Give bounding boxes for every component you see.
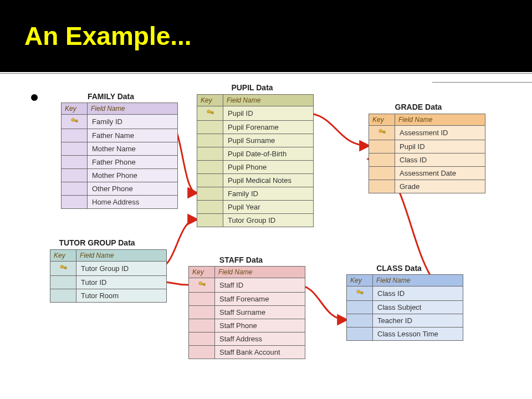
- field-name: Pupil Phone: [223, 161, 314, 174]
- field-name: Pupil ID: [223, 106, 314, 121]
- field-name: Pupil ID: [395, 140, 485, 154]
- field-name: Staff Phone: [215, 319, 305, 332]
- table-pupil: KeyField NamePupil IDPupil ForenamePupil…: [197, 94, 314, 227]
- svg-rect-18: [204, 284, 205, 285]
- svg-rect-19: [203, 284, 203, 285]
- key-cell: [50, 276, 76, 289]
- key-cell: [62, 129, 88, 142]
- table-title-family: FAMILY Data: [55, 92, 166, 101]
- key-cell: [369, 167, 395, 180]
- field-name: Father Name: [88, 129, 178, 142]
- table-grade: KeyField NameAssessment IDPupil IDClass …: [369, 114, 485, 193]
- field-name: Class Lesson Time: [373, 328, 463, 341]
- slide-title: An Example...: [24, 21, 192, 51]
- table-family: KeyField NameFamily IDFather NameMother …: [61, 103, 178, 209]
- table-row: Assessment Date: [369, 167, 485, 180]
- svg-rect-22: [362, 293, 363, 294]
- svg-rect-7: [211, 112, 212, 114]
- key-cell: [197, 134, 223, 147]
- key-cell: [189, 306, 215, 319]
- table-row: Family ID: [197, 187, 314, 201]
- key-cell: [347, 287, 373, 301]
- field-name: Father Phone: [88, 156, 178, 169]
- key-cell: [62, 115, 88, 129]
- title-bar: An Example...: [0, 0, 532, 72]
- field-name: Family ID: [223, 187, 314, 201]
- table-row: Class ID: [347, 287, 463, 301]
- table-title-tutor: TUTOR GROUP Data: [42, 238, 152, 247]
- table-row: Pupil ID: [197, 106, 314, 121]
- table-row: Staff ID: [189, 278, 305, 293]
- table-row: Father Phone: [62, 156, 178, 169]
- relation-arrow: [304, 113, 369, 146]
- key-cell: [369, 154, 395, 167]
- table-row: Tutor Group ID: [50, 262, 167, 276]
- table-title-pupil: PUPIL Data: [197, 83, 308, 92]
- col-key: Key: [189, 267, 215, 278]
- key-cell: [189, 278, 215, 293]
- field-name: Pupil Date-of-Birth: [223, 147, 314, 161]
- svg-rect-11: [383, 132, 383, 133]
- table-row: Mother Name: [62, 142, 178, 156]
- table-row: Pupil Medical Notes: [197, 174, 314, 187]
- col-field: Field Name: [88, 103, 178, 115]
- table-row: Mother Phone: [62, 169, 178, 182]
- key-cell: [369, 180, 395, 193]
- table-row: Pupil Phone: [197, 161, 314, 174]
- key-cell: [197, 106, 223, 121]
- table-row: Tutor Group ID: [197, 214, 314, 227]
- table-row: Tutor Room: [50, 289, 167, 303]
- table-row: Tutor ID: [50, 276, 167, 289]
- key-cell: [62, 169, 88, 182]
- key-cell: [50, 262, 76, 276]
- table-row: Assessment ID: [369, 126, 485, 140]
- primary-key-icon: [59, 264, 67, 272]
- col-field: Field Name: [215, 267, 305, 278]
- field-name: Class ID: [395, 154, 485, 167]
- field-name: Staff Forename: [215, 293, 305, 306]
- key-cell: [50, 289, 76, 303]
- slide: An Example... FAMILY DataKeyField NameFa…: [0, 0, 532, 399]
- table-row: Class Subject: [347, 301, 463, 314]
- field-name: Family ID: [88, 115, 178, 129]
- field-name: Mother Phone: [88, 169, 178, 182]
- key-cell: [347, 328, 373, 341]
- field-name: Assessment Date: [395, 167, 485, 180]
- field-name: Grade: [395, 180, 485, 193]
- key-cell: [197, 201, 223, 214]
- table-row: Other Phone: [62, 182, 178, 196]
- diagram-canvas: FAMILY DataKeyField NameFamily IDFather …: [0, 72, 532, 399]
- table-row: Staff Address: [189, 332, 305, 346]
- key-cell: [189, 346, 215, 359]
- key-cell: [62, 142, 88, 156]
- table-row: Pupil Forename: [197, 121, 314, 134]
- key-cell: [189, 332, 215, 346]
- field-name: Class Subject: [373, 301, 463, 314]
- svg-rect-15: [64, 268, 65, 269]
- col-field: Field Name: [395, 114, 485, 126]
- key-cell: [62, 196, 88, 209]
- primary-key-icon: [70, 117, 78, 125]
- key-cell: [347, 301, 373, 314]
- table-row: Grade: [369, 180, 485, 193]
- table-row: Staff Forename: [189, 293, 305, 306]
- col-field: Field Name: [76, 250, 167, 262]
- field-name: Pupil Forename: [223, 121, 314, 134]
- table-row: Pupil Date-of-Birth: [197, 147, 314, 161]
- field-name: Other Phone: [88, 182, 178, 196]
- field-name: Staff Bank Account: [215, 346, 305, 359]
- table-title-grade: GRADE Data: [363, 103, 474, 111]
- table-row: Father Name: [62, 129, 178, 142]
- key-cell: [189, 319, 215, 332]
- table-staff: KeyField NameStaff IDStaff ForenameStaff…: [188, 266, 305, 359]
- key-cell: [369, 140, 395, 154]
- table-title-class: CLASS Data: [344, 264, 454, 273]
- field-name: Mother Name: [88, 142, 178, 156]
- svg-rect-6: [212, 112, 213, 114]
- table-tutor: KeyField NameTutor Group IDTutor IDTutor…: [50, 249, 167, 303]
- primary-key-icon: [206, 109, 214, 116]
- table-row: Pupil ID: [369, 140, 485, 154]
- field-name: Assessment ID: [395, 126, 485, 140]
- table-row: Pupil Surname: [197, 134, 314, 147]
- field-name: Home Address: [88, 196, 178, 209]
